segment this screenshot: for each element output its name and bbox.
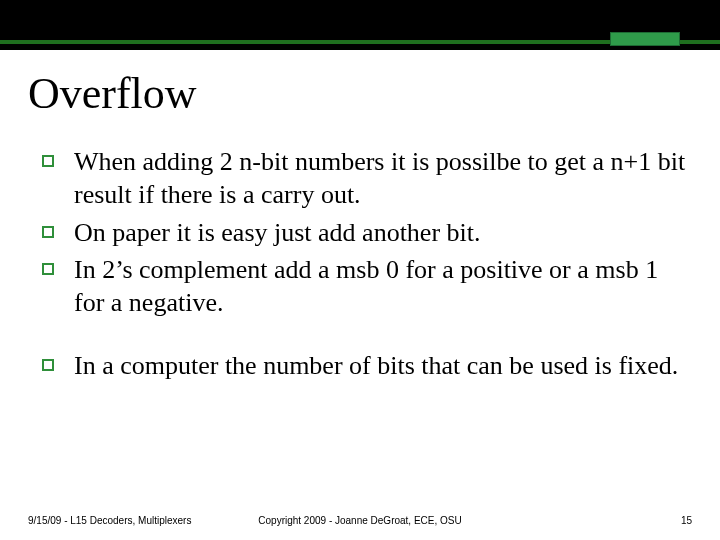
- list-item: When adding 2 n-bit numbers it is possil…: [28, 145, 692, 212]
- content-area: Overflow When adding 2 n-bit numbers it …: [0, 50, 720, 383]
- slide-title: Overflow: [28, 68, 692, 119]
- bullet-square-icon: [42, 155, 54, 167]
- list-item: In a computer the number of bits that ca…: [28, 349, 692, 382]
- top-bar: [0, 0, 720, 50]
- bullet-text: When adding 2 n-bit numbers it is possil…: [74, 147, 685, 209]
- footer-center: Copyright 2009 - Joanne DeGroat, ECE, OS…: [258, 515, 461, 526]
- slide-number: 15: [681, 515, 692, 526]
- bullet-text: On paper it is easy just add another bit…: [74, 218, 481, 247]
- bullet-square-icon: [42, 359, 54, 371]
- list-item: On paper it is easy just add another bit…: [28, 216, 692, 249]
- bullet-text: In a computer the number of bits that ca…: [74, 351, 678, 380]
- slide: Overflow When adding 2 n-bit numbers it …: [0, 0, 720, 540]
- list-item: In 2’s complement add a msb 0 for a posi…: [28, 253, 692, 320]
- bullet-list: When adding 2 n-bit numbers it is possil…: [28, 145, 692, 383]
- accent-box-icon: [610, 32, 680, 46]
- bullet-text: In 2’s complement add a msb 0 for a posi…: [74, 255, 658, 317]
- bullet-square-icon: [42, 263, 54, 275]
- bullet-square-icon: [42, 226, 54, 238]
- footer-left: 9/15/09 - L15 Decoders, Multiplexers: [28, 515, 191, 526]
